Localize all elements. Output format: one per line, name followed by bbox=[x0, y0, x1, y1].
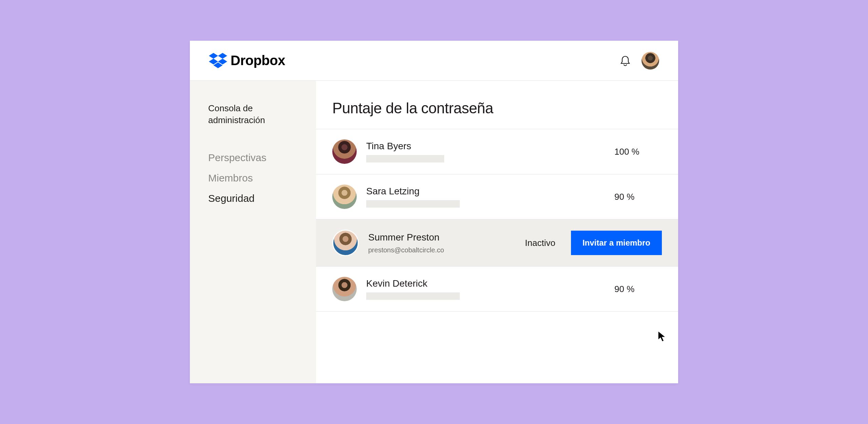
password-score: 90 % bbox=[614, 284, 662, 294]
member-name: Tina Byers bbox=[366, 141, 605, 152]
member-info: Summer Preston prestons@cobaltcircle.co bbox=[368, 232, 515, 254]
member-avatar bbox=[332, 230, 359, 256]
member-name: Kevin Deterick bbox=[366, 278, 605, 289]
member-avatar bbox=[332, 185, 357, 209]
sidebar: Consola de administración Perspectivas M… bbox=[190, 81, 316, 383]
placeholder-bar bbox=[366, 292, 460, 300]
member-info: Tina Byers bbox=[366, 141, 605, 162]
member-info: Kevin Deterick bbox=[366, 278, 605, 300]
user-avatar[interactable] bbox=[642, 52, 659, 70]
password-score: 90 % bbox=[614, 192, 662, 202]
sidebar-item-insights[interactable]: Perspectivas bbox=[208, 152, 300, 163]
member-avatar bbox=[332, 139, 357, 164]
member-name: Summer Preston bbox=[368, 232, 515, 243]
member-info: Sara Letzing bbox=[366, 186, 605, 208]
placeholder-bar bbox=[366, 155, 444, 162]
sidebar-nav: Perspectivas Miembros Seguridad bbox=[208, 152, 300, 204]
member-list: Tina Byers 100 % Sara Letzing 90 % bbox=[316, 129, 678, 312]
table-row[interactable]: Tina Byers 100 % bbox=[316, 129, 678, 174]
sidebar-item-security[interactable]: Seguridad bbox=[208, 193, 300, 204]
sidebar-title: Consola de administración bbox=[208, 102, 300, 126]
notification-bell-icon[interactable] bbox=[620, 55, 631, 66]
topbar: Dropbox bbox=[190, 41, 678, 81]
table-row[interactable]: Kevin Deterick 90 % bbox=[316, 266, 678, 312]
svg-marker-1 bbox=[218, 53, 227, 59]
member-status: Inactivo bbox=[525, 238, 555, 248]
table-row[interactable]: Sara Letzing 90 % bbox=[316, 174, 678, 219]
table-row[interactable]: Summer Preston prestons@cobaltcircle.co … bbox=[316, 219, 678, 266]
placeholder-bar bbox=[366, 200, 460, 208]
app-window: Dropbox Consola de administración Perspe… bbox=[190, 41, 678, 383]
brand[interactable]: Dropbox bbox=[209, 53, 285, 69]
main-content: Puntaje de la contraseña Tina Byers 100 … bbox=[316, 81, 678, 383]
sidebar-item-members[interactable]: Miembros bbox=[208, 172, 300, 184]
dropbox-logo-icon bbox=[209, 53, 227, 69]
member-avatar bbox=[332, 277, 357, 301]
brand-name: Dropbox bbox=[231, 53, 285, 68]
member-email: prestons@cobaltcircle.co bbox=[368, 246, 515, 254]
svg-marker-0 bbox=[209, 53, 218, 59]
topbar-right bbox=[620, 52, 659, 70]
member-name: Sara Letzing bbox=[366, 186, 605, 197]
password-score: 100 % bbox=[614, 147, 662, 157]
page-title: Puntaje de la contraseña bbox=[316, 100, 678, 129]
body: Consola de administración Perspectivas M… bbox=[190, 81, 678, 383]
invite-member-button[interactable]: Invitar a miembro bbox=[571, 231, 662, 255]
